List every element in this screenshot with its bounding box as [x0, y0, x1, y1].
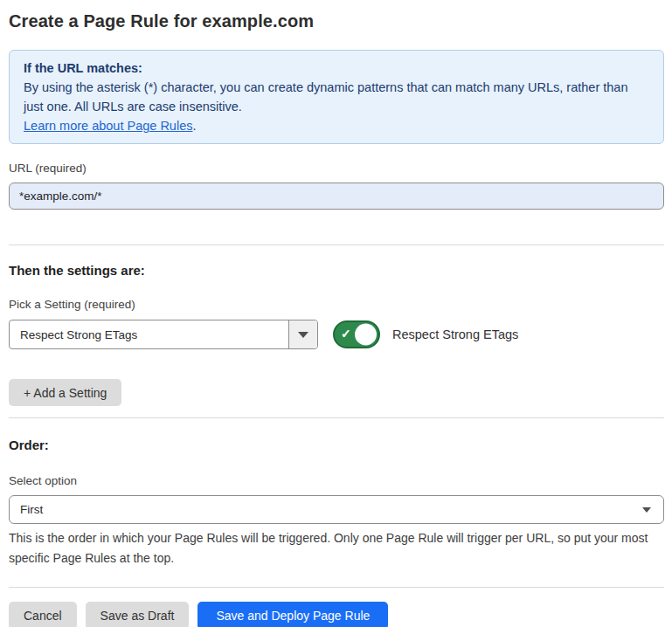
info-box-link-line: Learn more about Page Rules. — [24, 116, 649, 135]
section-divider — [9, 245, 664, 245]
toggle-knob — [355, 324, 377, 346]
create-page-rule-panel: Create a Page Rule for example.com If th… — [0, 0, 672, 627]
chevron-down-icon — [642, 507, 651, 513]
setting-select-arrow-button[interactable] — [288, 320, 317, 348]
add-setting-button[interactable]: + Add a Setting — [9, 379, 121, 406]
info-box-body: By using the asterisk (*) character, you… — [24, 78, 649, 116]
footer-actions: Cancel Save as Draft Save and Deploy Pag… — [9, 602, 664, 627]
footer-divider — [9, 587, 664, 588]
check-icon: ✓ — [341, 327, 351, 340]
order-help-text: This is the order in which your Page Rul… — [9, 528, 664, 568]
toggle-label: Respect Strong ETags — [392, 327, 518, 341]
setting-select[interactable]: Respect Strong ETags — [9, 320, 318, 349]
url-field-label: URL (required) — [9, 162, 664, 176]
pick-setting-label: Pick a Setting (required) — [9, 298, 664, 312]
setting-select-value: Respect Strong ETags — [10, 320, 288, 348]
respect-strong-etags-toggle[interactable]: ✓ — [333, 320, 380, 348]
url-input[interactable] — [9, 183, 664, 210]
learn-more-link[interactable]: Learn more about Page Rules — [24, 119, 192, 133]
url-match-info-box: If the URL matches: By using the asteris… — [9, 50, 664, 144]
chevron-down-icon — [298, 332, 308, 338]
info-box-heading: If the URL matches: — [24, 59, 649, 78]
setting-row: Respect Strong ETags ✓ Respect Strong ET… — [9, 320, 664, 349]
settings-section-heading: Then the settings are: — [9, 263, 664, 279]
order-select[interactable]: First — [9, 495, 664, 524]
page-title: Create a Page Rule for example.com — [9, 10, 664, 31]
order-select-label: Select option — [9, 474, 664, 488]
link-suffix: . — [192, 119, 196, 133]
section-divider — [9, 417, 664, 418]
cancel-button[interactable]: Cancel — [9, 602, 77, 627]
save-deploy-button[interactable]: Save and Deploy Page Rule — [197, 602, 388, 627]
save-draft-button[interactable]: Save as Draft — [86, 602, 190, 627]
order-section-heading: Order: — [9, 438, 664, 453]
order-select-value: First — [20, 503, 43, 516]
